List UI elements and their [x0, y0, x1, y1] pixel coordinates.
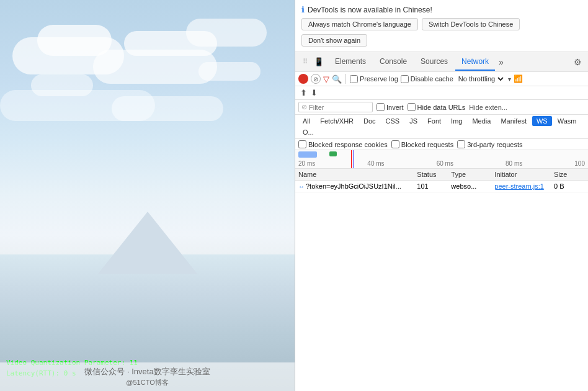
timeline-label-80ms: 80 ms [506, 160, 522, 167]
timeline-label-60ms: 60 ms [437, 160, 453, 167]
devtools-logo-icon: ⠿ [298, 55, 312, 69]
switch-chinese-button[interactable]: Switch DevTools to Chinese [422, 18, 520, 30]
cookie-filter-bar: Blocked response cookies Blocked request… [295, 139, 588, 150]
col-header-initiator[interactable]: Initiator [494, 171, 554, 178]
col-header-type[interactable]: Type [451, 171, 494, 178]
info-icon: ℹ [301, 5, 305, 14]
tab-sources[interactable]: Sources [414, 53, 454, 71]
third-party-checkbox[interactable]: 3rd-party requests [457, 140, 522, 148]
timeline-bar-green [329, 151, 337, 156]
timeline: 20 ms 40 ms 60 ms 80 ms 100 [295, 150, 588, 169]
download-icon[interactable]: ⬇ [311, 88, 318, 97]
invert-checkbox[interactable]: Invert [376, 103, 404, 111]
table-header: Name Status Type Initiator Size [295, 169, 588, 181]
blocked-requests-checkbox[interactable]: Blocked requests [391, 140, 453, 148]
network-toolbar: ⊘ ▽ 🔍 Preserve log Disable cache No thro… [295, 72, 588, 86]
timeline-bar-blue [298, 151, 317, 158]
websocket-icon: ↔ [298, 183, 305, 190]
row-initiator[interactable]: peer-stream.js:1 [494, 182, 554, 190]
type-img[interactable]: Img [447, 116, 466, 126]
tab-network[interactable]: Network [455, 53, 495, 71]
mountain [98, 212, 197, 274]
table-row[interactable]: ↔ ?token=eyJhbGciOiJSUzI1Nil... 101 webs… [295, 181, 588, 192]
timeline-label-100: 100 [574, 160, 585, 167]
row-size: 0 B [554, 182, 585, 190]
row-type: webso... [451, 182, 494, 190]
type-other[interactable]: O... [298, 127, 318, 137]
type-css[interactable]: CSS [381, 116, 404, 126]
filter-input-wrap: ⊘ [298, 102, 373, 112]
match-language-button[interactable]: Always match Chrome's language [301, 18, 418, 30]
settings-icon[interactable]: ⚙ [570, 55, 585, 70]
clear-button[interactable]: ⊘ [311, 74, 321, 84]
type-wasm[interactable]: Wasm [553, 116, 581, 126]
record-button[interactable] [298, 74, 308, 84]
timeline-red-line [351, 150, 352, 168]
filter-icon[interactable]: ▽ [323, 74, 329, 84]
wifi-icon: 📶 [514, 74, 523, 83]
tab-console[interactable]: Console [373, 53, 413, 71]
preserve-log-checkbox[interactable]: Preserve log [350, 75, 398, 83]
row-name: ↔ ?token=eyJhbGciOiJSUzI1Nil... [298, 182, 417, 190]
type-doc[interactable]: Doc [359, 116, 380, 126]
filter-bar: ⊘ Invert Hide data URLs Hide exten... [295, 100, 588, 115]
more-tabs-button[interactable]: » [496, 57, 506, 67]
col-header-name[interactable]: Name [298, 171, 417, 178]
watermark: 微信公众号 · Inveta数字孪生实验室@51CTO博客 [0, 362, 295, 391]
filter-funnel-icon: ⊘ [301, 103, 307, 111]
tabs-toolbar: ⠿ 📱 Elements Console Sources Network » ⚙ [295, 52, 588, 72]
type-js[interactable]: JS [405, 116, 422, 126]
table-body: ↔ ?token=eyJhbGciOiJSUzI1Nil... 101 webs… [295, 181, 588, 391]
mobile-icon[interactable]: 📱 [312, 55, 326, 69]
timeline-labels: 20 ms 40 ms 60 ms 80 ms 100 [298, 160, 585, 168]
notification-bar: ℹ DevTools is now available in Chinese! … [295, 0, 588, 52]
type-all[interactable]: All [298, 116, 314, 126]
upload-icon[interactable]: ⬆ [300, 88, 307, 97]
timeline-blue-line [354, 150, 354, 168]
type-media[interactable]: Media [468, 116, 495, 126]
dont-show-button[interactable]: Don't show again [301, 34, 367, 47]
game-view: Video Quantization Parameter: 11 Latency… [0, 0, 295, 391]
tab-elements[interactable]: Elements [329, 53, 372, 71]
hide-data-urls-checkbox[interactable]: Hide data URLs [408, 103, 466, 111]
hide-extensions-label: Hide exten... [469, 104, 507, 111]
tab-list: Elements Console Sources Network » [326, 53, 509, 71]
type-ws[interactable]: WS [532, 116, 552, 126]
notification-text: ℹ DevTools is now available in Chinese! [301, 5, 582, 14]
throttle-dropdown-icon[interactable]: ▾ [508, 76, 511, 83]
type-font[interactable]: Font [423, 116, 445, 126]
network-toolbar2: ⬆ ⬇ [295, 86, 588, 100]
devtools-panel: ℹ DevTools is now available in Chinese! … [295, 0, 588, 391]
filter-input[interactable] [309, 104, 359, 111]
timeline-label-20ms: 20 ms [298, 160, 315, 167]
row-status: 101 [417, 182, 451, 190]
search-icon[interactable]: 🔍 [332, 74, 342, 84]
blocked-response-checkbox[interactable]: Blocked response cookies [298, 140, 388, 148]
disable-cache-checkbox[interactable]: Disable cache [401, 75, 453, 83]
type-filter-bar: All Fetch/XHR Doc CSS JS Font Img Media … [295, 115, 588, 139]
col-header-status[interactable]: Status [417, 171, 451, 178]
type-fetch-xhr[interactable]: Fetch/XHR [316, 116, 358, 126]
type-manifest[interactable]: Manifest [496, 116, 531, 126]
notification-buttons: Always match Chrome's language Switch De… [301, 18, 582, 47]
throttle-select[interactable]: No throttling [456, 74, 506, 83]
timeline-label-40ms: 40 ms [367, 160, 384, 167]
col-header-size[interactable]: Size [554, 171, 585, 178]
